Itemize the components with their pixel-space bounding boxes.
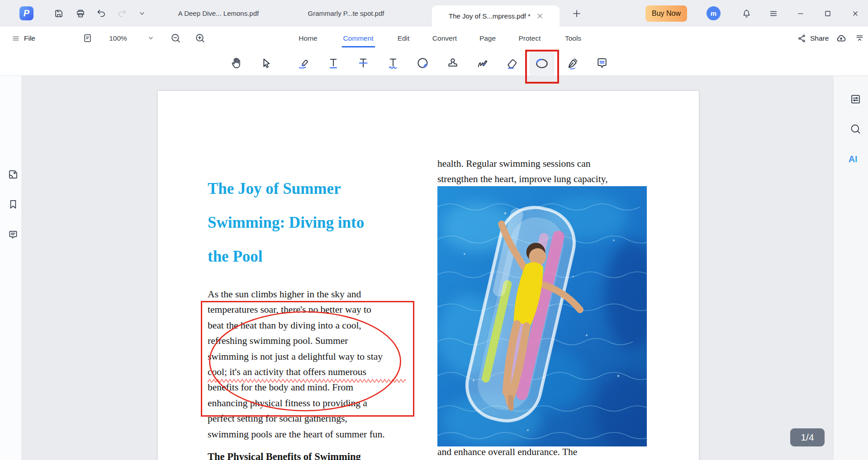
print-button[interactable] xyxy=(74,7,87,20)
tab-convert[interactable]: Convert xyxy=(432,27,457,50)
avatar[interactable]: m xyxy=(707,6,721,20)
share-button[interactable]: Share xyxy=(797,27,829,50)
comments-panel-button[interactable] xyxy=(6,228,20,242)
body-line: strengthen the heart, improve lung capac… xyxy=(437,171,608,187)
body-line: refreshing swimming pool. Summer xyxy=(208,333,385,348)
document-tab-label: A Deep Dive... Lemons.pdf xyxy=(178,9,259,17)
body-line: health. Regular swimming sessions can xyxy=(437,156,608,171)
note-tool-button[interactable] xyxy=(589,51,615,76)
bell-icon xyxy=(741,9,752,19)
body-line: swimming pools are the heart of summer f… xyxy=(208,427,385,442)
signature-tool-button[interactable] xyxy=(560,51,585,76)
area-highlight-icon xyxy=(416,56,430,70)
document-tab-label: Grammarly P...te spot.pdf xyxy=(308,9,384,17)
pool-photo xyxy=(437,186,647,446)
select-tool-button[interactable] xyxy=(254,51,279,76)
caret-down-icon xyxy=(148,37,153,40)
menu-icon xyxy=(768,9,778,19)
undo-button[interactable] xyxy=(95,7,108,20)
zoom-level-value[interactable]: 100% xyxy=(104,27,132,50)
share-label: Share xyxy=(810,34,829,42)
body-line: perfect setting for social gatherings, xyxy=(208,411,385,426)
properties-panel-button[interactable] xyxy=(849,92,862,106)
tab-tools[interactable]: Tools xyxy=(565,27,581,50)
eraser-tool-button[interactable] xyxy=(499,51,525,76)
close-icon xyxy=(537,13,543,19)
document-tab-2[interactable]: Grammarly P...te spot.pdf xyxy=(289,0,403,27)
right-sidebar: AI xyxy=(833,76,868,460)
comment-toolbar xyxy=(0,50,868,76)
hand-icon xyxy=(230,56,243,70)
ai-panel-button[interactable]: AI xyxy=(848,152,861,165)
document-tab-1[interactable]: A Deep Dive... Lemons.pdf xyxy=(162,0,275,27)
app-logo-icon: P xyxy=(19,6,33,20)
stamp-tool-button[interactable] xyxy=(440,51,465,76)
highlight-tool-button[interactable] xyxy=(291,51,316,76)
search-panel-button[interactable] xyxy=(849,122,862,136)
body-line: temperatures soar, there's no better way… xyxy=(208,302,385,317)
tab-page[interactable]: Page xyxy=(479,27,496,50)
hand-tool-button[interactable] xyxy=(224,51,249,76)
text-underline-icon xyxy=(327,56,340,70)
tab-comment[interactable]: Comment xyxy=(343,27,373,50)
properties-icon xyxy=(849,93,862,105)
ai-label: AI xyxy=(849,154,858,164)
save-button[interactable] xyxy=(52,7,65,20)
file-menu-label: File xyxy=(24,34,35,42)
redo-button[interactable] xyxy=(116,7,128,20)
body-line: swimming is not just a delightful way to… xyxy=(208,349,385,364)
cursor-icon xyxy=(260,56,273,70)
oval-icon xyxy=(534,56,550,71)
main-menu-button[interactable] xyxy=(767,7,780,20)
area-highlight-tool-button[interactable] xyxy=(410,51,436,76)
close-tab-button[interactable] xyxy=(537,13,543,19)
tab-home[interactable]: Home xyxy=(299,27,317,50)
document-tab-3-active[interactable]: The Joy of S...mpress.pdf * xyxy=(432,5,560,27)
page-display-icon xyxy=(82,33,93,43)
caret-down-icon xyxy=(139,12,145,15)
buy-now-button[interactable]: Buy Now xyxy=(645,5,687,22)
maximize-icon xyxy=(823,9,832,18)
file-menu-icon xyxy=(12,34,20,42)
close-window-button[interactable] xyxy=(849,7,862,20)
pencil-tool-button[interactable] xyxy=(470,51,495,76)
zoom-dropdown-button[interactable] xyxy=(148,27,153,50)
thumbnails-icon xyxy=(7,169,19,180)
redo-icon xyxy=(117,8,128,19)
cloud-upload-icon xyxy=(835,32,847,44)
oval-tool-button[interactable] xyxy=(529,51,555,76)
zoom-in-icon xyxy=(194,33,206,44)
next-section-heading: The Physical Benefits of Swimming xyxy=(208,451,361,460)
cloud-upload-button[interactable] xyxy=(835,27,847,50)
collapse-toolbar-button[interactable] xyxy=(855,27,864,50)
title-line: Swimming: Diving into xyxy=(208,206,364,239)
search-icon xyxy=(849,123,862,135)
body-line: enhancing physical fitness to providing … xyxy=(208,395,385,411)
zoom-out-button[interactable] xyxy=(170,27,181,50)
minimize-button[interactable] xyxy=(794,7,807,20)
file-menu-button[interactable]: File xyxy=(12,27,35,50)
comment-note-icon xyxy=(595,56,609,70)
document-title: The Joy of Summer Swimming: Diving into … xyxy=(208,172,364,273)
tab-edit[interactable]: Edit xyxy=(398,27,410,50)
title-bar: P A xyxy=(0,0,868,27)
thumbnails-panel-button[interactable] xyxy=(6,168,20,181)
notifications-button[interactable] xyxy=(740,7,753,20)
history-dropdown-button[interactable] xyxy=(136,7,148,20)
squiggly-tool-button[interactable] xyxy=(380,51,406,76)
pdfelement-window: P A xyxy=(0,0,868,460)
tab-protect[interactable]: Protect xyxy=(518,27,541,50)
bookmarks-panel-button[interactable] xyxy=(6,197,20,211)
collapse-toolbar-icon xyxy=(855,33,864,43)
comments-icon xyxy=(7,229,19,241)
maximize-button[interactable] xyxy=(821,7,834,20)
title-line: The Joy of Summer xyxy=(208,172,364,206)
underline-tool-button[interactable] xyxy=(321,51,346,76)
document-tab-label: The Joy of S...mpress.pdf * xyxy=(449,12,531,20)
paragraph-right-column-top: health. Regular swimming sessions can st… xyxy=(437,156,608,187)
zoom-in-button[interactable] xyxy=(194,27,206,50)
page-display-button[interactable] xyxy=(82,27,93,50)
new-tab-button[interactable] xyxy=(570,7,583,20)
body-line: beat the heat than by diving into a cool… xyxy=(208,318,385,333)
strikethrough-tool-button[interactable] xyxy=(351,51,376,76)
